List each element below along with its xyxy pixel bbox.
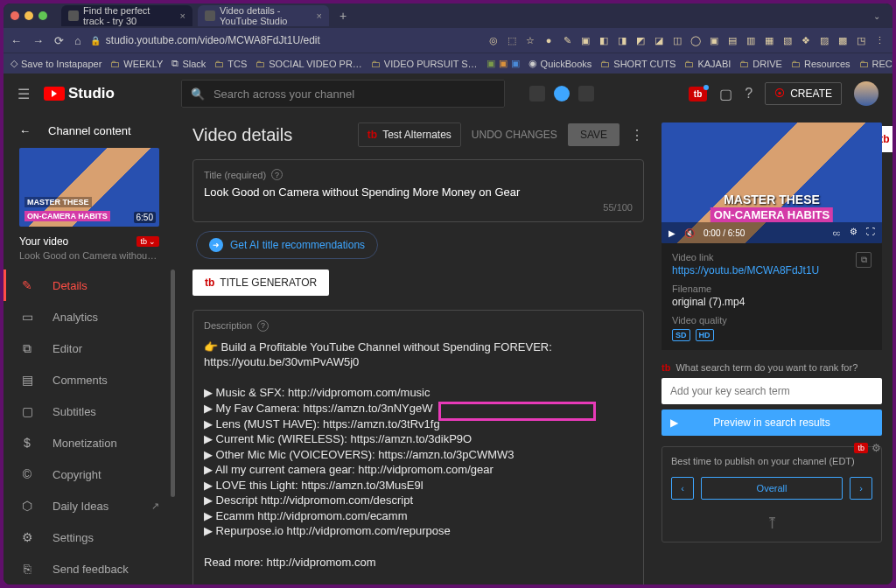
new-tab-button[interactable]: + — [334, 9, 352, 23]
account-avatar[interactable] — [854, 81, 878, 106]
ext-icon[interactable]: ✎ — [561, 34, 573, 46]
search-input[interactable]: 🔍 Search across your channel — [181, 80, 505, 108]
ext-icon[interactable]: ▨ — [818, 34, 830, 46]
title-input-value[interactable]: Look Good on Camera without Spending Mor… — [204, 186, 633, 199]
copy-link-button[interactable]: ⧉ — [856, 252, 872, 268]
bookmark[interactable]: ▣▣▣ — [486, 58, 520, 69]
subtitles-toggle-icon[interactable]: ㏄ — [832, 227, 841, 239]
window-menu-icon[interactable]: ⌄ — [873, 11, 886, 21]
ext-icon[interactable]: ◯ — [690, 34, 702, 46]
video-link[interactable]: https://youtu.be/MCWA8FdJt1U — [672, 264, 819, 276]
bookmark[interactable]: ◇Save to Instapaper — [10, 58, 102, 69]
bookmark[interactable]: 🗀TCS — [214, 59, 247, 69]
minimize-window-icon[interactable] — [24, 11, 33, 20]
prev-button[interactable]: ‹ — [671, 477, 694, 500]
address-bar[interactable]: 🔒 studio.youtube.com/video/MCWA8FdJt1U/e… — [90, 34, 479, 46]
sidebar-item-details[interactable]: ✎Details — [4, 270, 175, 301]
bookmark[interactable]: 🗀Resources — [791, 59, 850, 69]
studio-logo[interactable]: Studio — [44, 85, 115, 102]
title-generator-button[interactable]: tb TITLE GENERATOR — [192, 270, 329, 296]
tubebuddy-badge[interactable]: tb — [689, 87, 707, 102]
sidebar-item-monetization[interactable]: $Monetization — [4, 427, 175, 458]
ext-icon[interactable]: ◧ — [598, 34, 610, 46]
ext-icon[interactable]: ▥ — [745, 34, 757, 46]
home-icon[interactable]: ⌂ — [74, 34, 81, 47]
browser-tab[interactable]: Find the perfect track - try 30× — [61, 5, 192, 26]
hamburger-icon[interactable]: ☰ — [18, 86, 30, 102]
ext-icon[interactable]: ▧ — [781, 34, 794, 46]
forward-icon[interactable]: → — [32, 34, 44, 47]
sidebar-item-subtitles[interactable]: ▢Subtitles — [4, 396, 175, 427]
ext-icon[interactable]: ▩ — [836, 34, 849, 46]
ext-icon[interactable]: ◫ — [671, 34, 683, 46]
volume-icon[interactable]: 🔇 — [684, 228, 695, 238]
settings-icon[interactable]: ⚙ — [850, 227, 858, 239]
back-to-channel[interactable]: ← Channel content — [4, 114, 175, 148]
close-tab-icon[interactable]: × — [317, 10, 322, 21]
ext-icon[interactable]: ⬚ — [506, 34, 518, 46]
upload-icon[interactable]: ⤒ — [671, 514, 872, 533]
ext-icon[interactable]: ◳ — [855, 34, 867, 46]
quick-icon[interactable] — [554, 86, 570, 102]
maximize-window-icon[interactable] — [38, 11, 47, 20]
back-icon[interactable]: ← — [10, 34, 22, 47]
quick-icon[interactable] — [529, 86, 545, 102]
sidebar-item-feedback[interactable]: ⎘Send feedback — [4, 553, 175, 584]
next-button[interactable]: › — [850, 477, 872, 500]
ext-icon[interactable]: ● — [542, 34, 555, 46]
sidebar-item-copyright[interactable]: ©Copyright — [4, 458, 175, 490]
bookmark[interactable]: ◉QuickBooks — [528, 58, 592, 69]
bookmark[interactable]: 🗀SHORT CUTS — [600, 59, 676, 69]
ai-title-recommendations-button[interactable]: ➜ Get AI title recommendations — [196, 231, 378, 259]
sidebar-item-daily-ideas[interactable]: ⬡Daily Ideas↗ — [4, 490, 175, 522]
ext-icon[interactable]: ◩ — [634, 34, 647, 46]
ext-icon[interactable]: ◪ — [653, 34, 665, 46]
video-thumbnail[interactable]: MASTER THESE ON-CAMERA HABITS 6:50 — [19, 148, 159, 227]
undo-changes-button[interactable]: UNDO CHANGES — [472, 129, 557, 141]
bookmark[interactable]: 🗀WEEKLY — [110, 59, 163, 69]
ext-icon[interactable]: ▣ — [708, 34, 720, 46]
search-term-input[interactable] — [662, 378, 882, 404]
ext-icon[interactable]: ▣ — [579, 34, 592, 46]
reload-icon[interactable]: ⟳ — [54, 34, 64, 47]
bookmark[interactable]: 🗀KAJABI — [684, 59, 731, 69]
feedback-icon[interactable]: ▢ — [719, 86, 732, 102]
title-field[interactable]: Title (required)? Look Good on Camera wi… — [192, 159, 644, 222]
sidebar-item-comments[interactable]: ▤Comments — [4, 364, 175, 396]
sidebar-item-settings[interactable]: ⚙Settings — [4, 522, 175, 553]
quick-icon[interactable] — [578, 86, 594, 102]
description-text[interactable]: 👉 Build a Profitable YouTube Channel wit… — [204, 340, 633, 584]
ext-icon[interactable]: ◎ — [487, 34, 500, 46]
help-icon[interactable]: ? — [257, 320, 269, 332]
video-preview[interactable]: MASTER THESE ON-CAMERA HABITS ▶ 🔇 0:00 /… — [662, 122, 882, 243]
play-icon[interactable]: ▶ — [668, 228, 676, 238]
create-button[interactable]: ⦿ CREATE — [765, 82, 842, 105]
help-icon[interactable]: ? — [271, 169, 283, 180]
fullscreen-icon[interactable]: ⛶ — [866, 227, 875, 239]
bookmark[interactable]: 🗀VIDEO PURSUIT S… — [371, 59, 478, 69]
ext-icon[interactable]: ❖ — [800, 34, 812, 46]
gear-icon[interactable]: ⚙ — [872, 442, 881, 454]
tubebuddy-thumb-badge[interactable]: tb⌄ — [136, 236, 159, 247]
bookmark[interactable]: 🗀SOCIAL VIDEO PR… — [256, 59, 362, 69]
bookmark[interactable]: 🗀DRIVE — [739, 59, 782, 69]
save-button[interactable]: SAVE — [568, 123, 620, 146]
bookmark[interactable]: ⧉Slack — [172, 58, 206, 69]
ext-icon[interactable]: ☆ — [524, 34, 536, 46]
browser-tab[interactable]: Video details - YouTube Studio× — [198, 5, 329, 26]
ext-icon[interactable]: ◨ — [616, 34, 628, 46]
ext-icon[interactable]: ▦ — [763, 34, 775, 46]
close-window-icon[interactable] — [10, 11, 19, 20]
sidebar-item-analytics[interactable]: ▭Analytics — [4, 301, 175, 332]
description-field[interactable]: Description? 👉 Build a Profitable YouTub… — [192, 310, 644, 584]
tubebuddy-icon[interactable]: tb — [854, 443, 868, 453]
test-alternates-button[interactable]: tbTest Alternates — [358, 122, 461, 147]
preview-search-button[interactable]: ▶ Preview in search results — [662, 410, 882, 436]
help-icon[interactable]: ? — [745, 86, 752, 102]
more-menu-icon[interactable]: ⋮ — [630, 127, 644, 144]
bookmark[interactable]: 🗀RECIPES — [859, 59, 892, 69]
close-tab-icon[interactable]: × — [180, 10, 186, 21]
chrome-menu-icon[interactable]: ⋮ — [873, 34, 886, 46]
sidebar-scrollbar[interactable] — [171, 270, 175, 497]
overall-tab[interactable]: Overall — [701, 477, 843, 500]
